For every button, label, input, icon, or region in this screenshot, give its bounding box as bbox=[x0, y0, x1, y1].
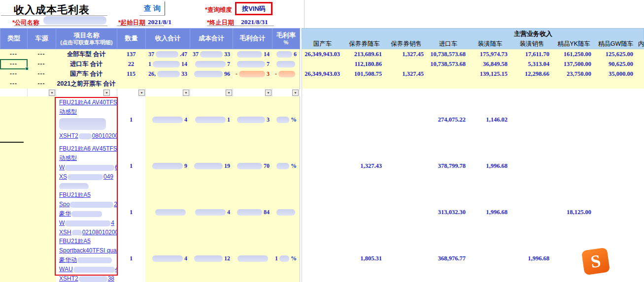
right-summary-cell: 101,508.75 bbox=[343, 69, 386, 79]
censor-blob bbox=[200, 51, 223, 58]
right-detail-cell bbox=[553, 143, 595, 189]
filter-gridline bbox=[190, 89, 190, 96]
summary-revenue-cell: 37.47 bbox=[145, 49, 191, 60]
right-detail-cell bbox=[469, 235, 511, 282]
filter-dropdown[interactable]: ▾ bbox=[49, 90, 55, 96]
right-col-header-0: 国产车 bbox=[302, 39, 344, 50]
right-detail-cell: 378,799.78 bbox=[427, 143, 470, 189]
summary-project-name[interactable]: 2021之前开票车 合计 bbox=[56, 79, 117, 89]
summary-source-cell: --- bbox=[27, 49, 56, 60]
right-detail-cell bbox=[302, 96, 344, 143]
censor-blob bbox=[276, 117, 289, 123]
right-detail-cell bbox=[385, 235, 428, 282]
right-spacer-cell bbox=[343, 89, 386, 97]
right-summary-cell: 139,125.15 bbox=[469, 69, 511, 79]
filter-gridline bbox=[117, 89, 117, 96]
summary-source-cell: --- bbox=[27, 59, 56, 69]
right-summary-cell bbox=[511, 79, 553, 89]
right-detail-cell: 274,075.22 bbox=[427, 96, 470, 143]
query-button[interactable]: 查 询 bbox=[139, 4, 165, 13]
right-summary-cell: 1,327.45 bbox=[385, 49, 428, 60]
group-header-label: 主营业务收入 bbox=[514, 30, 552, 38]
summary-project-name[interactable]: 全部车型 合计 bbox=[56, 49, 117, 60]
header-margin-rate: 毛利率% bbox=[272, 28, 300, 49]
vin-dimension-field[interactable]: 按VIN码 bbox=[235, 2, 272, 15]
censor-blob bbox=[195, 117, 226, 123]
right-detail-cell bbox=[302, 189, 344, 236]
filter-row bbox=[0, 89, 300, 96]
filter-gridline bbox=[56, 89, 56, 96]
right-summary-cell bbox=[427, 69, 470, 79]
right-summary-cell: 112,180.86 bbox=[343, 59, 386, 69]
filter-gridline bbox=[272, 89, 272, 96]
censor-blob bbox=[276, 163, 289, 169]
detail-profit-cell: 84 bbox=[233, 189, 273, 236]
filter-dropdown[interactable]: ▾ bbox=[226, 90, 232, 96]
right-detail-cell: 1,327.43 bbox=[343, 143, 386, 189]
right-summary-cell bbox=[553, 79, 595, 89]
right-detail-cell bbox=[637, 189, 644, 236]
company-name-field[interactable] bbox=[43, 16, 106, 25]
summary-revenue-cell bbox=[145, 79, 191, 89]
summary-qty-cell bbox=[117, 79, 146, 89]
header-project-name: 项目名称(点击可联查单车明细) bbox=[56, 28, 117, 49]
start-date-value[interactable]: 2021/8/1 bbox=[148, 18, 171, 26]
censor-blob bbox=[152, 163, 183, 169]
right-detail-cell bbox=[553, 96, 595, 143]
right-summary-cell bbox=[343, 79, 386, 89]
right-summary-cell: 90,625.00 bbox=[595, 59, 637, 69]
column-gridline-top bbox=[304, 0, 305, 28]
right-summary-cell: 36,849.58 bbox=[469, 59, 511, 69]
right-spacer-cell bbox=[385, 89, 428, 97]
detail-source-cell bbox=[27, 189, 56, 236]
right-detail-cell: 1,996.68 bbox=[511, 235, 553, 282]
detail-rate-cell bbox=[272, 189, 300, 236]
summary-qty-cell: 115 bbox=[117, 69, 146, 79]
filter-dropdown[interactable]: ▾ bbox=[292, 90, 299, 96]
summary-profit-cell: 14 bbox=[233, 49, 273, 60]
right-summary-cell bbox=[302, 79, 344, 89]
summary-project-name[interactable]: 进口车 合计 bbox=[56, 59, 117, 69]
right-detail-cell bbox=[511, 189, 553, 236]
summary-project-name[interactable]: 国产车 合计 bbox=[56, 69, 117, 79]
right-col-header-2: 保养券销售 bbox=[385, 39, 428, 50]
censor-blob bbox=[276, 209, 295, 216]
detail-profit-cell: 3 bbox=[233, 96, 273, 143]
header-type: 类型 bbox=[0, 28, 28, 49]
right-summary-cell: 23,750.00 bbox=[553, 69, 595, 79]
summary-type-cell: --- bbox=[0, 49, 28, 60]
right-summary-cell: 26,349,943.03 bbox=[302, 49, 344, 60]
right-summary-cell: 35,000.00 bbox=[595, 69, 637, 79]
censor-blob bbox=[276, 51, 292, 58]
right-col-header-7: 精品GW随车 bbox=[595, 39, 637, 50]
summary-rate-cell: 6 bbox=[272, 49, 300, 60]
filter-dropdown[interactable]: ▾ bbox=[138, 90, 145, 96]
right-detail-cell bbox=[385, 143, 428, 189]
end-date-value[interactable]: 2021/8/31 bbox=[241, 18, 268, 26]
right-col-header-5: 装潢销售 bbox=[511, 39, 553, 50]
right-summary-cell bbox=[385, 59, 428, 69]
right-detail-cell: 18,125.00 bbox=[553, 189, 595, 236]
summary-type-cell: --- bbox=[0, 79, 28, 89]
right-summary-cell: 213,689.61 bbox=[343, 49, 386, 60]
right-summary-cell bbox=[637, 69, 644, 79]
filter-dropdown[interactable]: ▾ bbox=[265, 90, 271, 96]
censor-blob bbox=[79, 276, 107, 282]
right-summary-cell: 10,738,573.68 bbox=[427, 49, 470, 60]
detail-source-cell bbox=[27, 96, 56, 143]
summary-rate-cell bbox=[272, 79, 300, 89]
filter-dropdown[interactable]: ▾ bbox=[183, 90, 189, 96]
summary-cost-cell: 96 bbox=[190, 69, 234, 79]
detail-revenue-cell bbox=[145, 189, 191, 236]
filter-gridline bbox=[145, 89, 146, 96]
right-detail-cell bbox=[511, 143, 553, 189]
right-summary-cell bbox=[637, 49, 644, 60]
right-detail-cell bbox=[595, 189, 637, 236]
censor-blob bbox=[237, 117, 265, 123]
filter-gridline bbox=[299, 89, 300, 96]
censor-blob bbox=[278, 71, 295, 77]
detail-cost-cell: 12 bbox=[190, 235, 234, 282]
detail-source-cell bbox=[27, 235, 56, 282]
filter-dropdown[interactable]: ▾ bbox=[103, 90, 110, 96]
header-qty: 数量 bbox=[117, 28, 146, 49]
